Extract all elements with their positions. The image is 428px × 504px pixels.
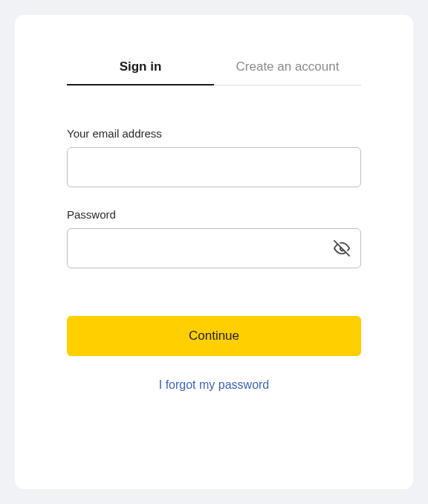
password-input[interactable] — [67, 228, 361, 268]
signin-card: Sign in Create an account Your email add… — [15, 15, 413, 489]
email-input[interactable] — [67, 147, 361, 187]
forgot-password-label: I forgot my password — [159, 378, 270, 391]
email-label: Your email address — [67, 127, 361, 140]
tab-signin[interactable]: Sign in — [67, 59, 214, 85]
continue-button-label: Continue — [189, 329, 239, 343]
email-field-group: Your email address — [67, 127, 361, 187]
tab-create-account[interactable]: Create an account — [214, 59, 361, 85]
forgot-password-link[interactable]: I forgot my password — [67, 378, 361, 392]
password-field-group: Password — [67, 208, 361, 268]
auth-tabs: Sign in Create an account — [67, 59, 361, 85]
password-input-wrapper — [67, 228, 361, 268]
password-label: Password — [67, 208, 361, 221]
tab-signin-label: Sign in — [120, 59, 162, 74]
toggle-password-visibility-icon[interactable] — [333, 239, 351, 257]
continue-button[interactable]: Continue — [67, 316, 361, 356]
tab-create-account-label: Create an account — [236, 59, 340, 74]
